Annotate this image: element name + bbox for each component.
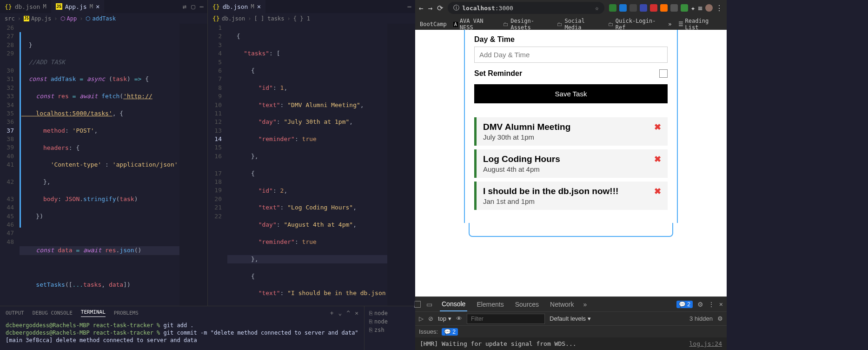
ext-icon[interactable] [629, 4, 637, 12]
extensions-icon[interactable]: ✦ [691, 4, 696, 13]
compare-icon[interactable]: ⇄ [183, 3, 186, 10]
task-list: DMV Alumni Meeting July 30th at 1pm ✖ Lo… [474, 117, 668, 210]
breadcrumb-item[interactable]: { } 1 [293, 15, 310, 22]
devtools-tab-console[interactable]: Console [440, 297, 467, 311]
split-icon[interactable]: ▢ [191, 3, 195, 10]
levels-select[interactable]: Default levels ▾ [550, 315, 591, 322]
forward-icon[interactable]: → [428, 4, 433, 13]
terminal[interactable]: dcbeergoddess@Rachels-MBP react-task-tra… [0, 320, 364, 350]
folder-icon: 🗀 [608, 21, 614, 27]
code-area[interactable]: } //ADD TASK const addTask = async (task… [20, 24, 179, 306]
tab-db-json-2[interactable]: {} db.json M × [208, 0, 265, 13]
more-icon[interactable]: ⋮ [716, 4, 723, 13]
play-icon[interactable]: ▷ [419, 315, 424, 322]
settings-icon[interactable]: ⚙ [697, 301, 703, 308]
menu-icon[interactable]: ≡ [698, 4, 702, 13]
clear-icon[interactable]: ⊘ [428, 315, 433, 322]
avatar[interactable] [705, 4, 713, 12]
devtools-tab-network[interactable]: Network [548, 298, 576, 311]
save-button[interactable]: Save Task [474, 84, 668, 103]
delete-icon[interactable]: ✖ [654, 154, 661, 164]
back-icon[interactable]: ← [419, 4, 424, 13]
add-terminal-icon[interactable]: + [330, 310, 334, 316]
terminal-item[interactable]: ⎘node [367, 309, 412, 317]
panel-tab-terminal[interactable]: TERMINAL [81, 309, 106, 317]
editor-tabs: {} db.json M JS App.js M × ⇄ ▢ ⋯ {} db.j… [0, 0, 415, 13]
bookmark-item[interactable]: AAVA VAN NESS [453, 18, 497, 31]
more-icon[interactable]: ⋯ [200, 3, 204, 10]
task-item[interactable]: DMV Alumni Meeting July 30th at 1pm ✖ [474, 117, 668, 146]
dropdown-icon[interactable]: ⌄ [338, 310, 342, 316]
task-item[interactable]: I should be in the db.json now!!! Jan 1s… [474, 182, 668, 210]
ext-icon[interactable] [619, 4, 627, 12]
panel-tab-problems[interactable]: PROBLEMS [114, 310, 139, 316]
breadcrumb-left[interactable]: src› JSApp.js› ⬡ App› ⬡ addTask [0, 13, 207, 24]
star-icon[interactable]: ☆ [595, 5, 599, 12]
context-select[interactable]: top ▾ [438, 315, 451, 322]
issues-badge[interactable]: 💬 2 [442, 328, 458, 336]
bookmark-item[interactable]: 🗀Design-Assets [503, 18, 550, 31]
devtools-tab-elements[interactable]: Elements [475, 298, 505, 311]
breadcrumb-item[interactable]: [ ] tasks [254, 15, 284, 22]
ext-icon[interactable] [650, 4, 657, 12]
task-time: August 4th at 4pm [483, 165, 560, 173]
panel-tab-debug[interactable]: DEBUG CONSOLE [33, 310, 73, 316]
ext-icon[interactable] [670, 4, 678, 12]
reminder-checkbox[interactable] [659, 69, 668, 78]
code-area[interactable]: { "tasks": [ { "id": 1, "text": "DMV Alu… [227, 24, 387, 306]
error-badge[interactable]: 💬 2 [676, 301, 693, 308]
more-icon[interactable]: ⋯ [408, 3, 411, 10]
ext-icon[interactable] [640, 4, 647, 12]
breadcrumb-item[interactable]: App [67, 15, 77, 22]
more-icon[interactable]: ⋮ [708, 301, 715, 308]
hidden-count[interactable]: 3 hidden [689, 315, 713, 322]
close-icon[interactable]: × [355, 310, 358, 316]
bookmark-item[interactable]: 🗀Quick-Login-Ref [608, 18, 662, 31]
editor-right[interactable]: 12345678910111213141516171819202122 { "t… [207, 24, 415, 306]
overflow-icon[interactable]: » [668, 21, 671, 27]
log-source[interactable]: log.js:24 [689, 340, 722, 347]
info-icon: ⓘ [453, 4, 459, 12]
breadcrumb-right[interactable]: {}db.json› [ ] tasks› { } 1 [207, 13, 415, 24]
task-item[interactable]: Log Coding Hours August 4th at 4pm ✖ [474, 149, 668, 178]
delete-icon[interactable]: ✖ [654, 186, 661, 196]
bookmark-item[interactable]: BootCamp [420, 21, 447, 27]
close-icon[interactable]: × [96, 3, 99, 10]
settings-icon[interactable]: ⚙ [717, 315, 723, 322]
breadcrumb-item[interactable]: db.json [222, 15, 245, 22]
breadcrumb-item[interactable]: App.js [31, 15, 51, 22]
tab-label: App.js [65, 3, 87, 10]
task-title: I should be in the db.json now!!! [483, 186, 618, 196]
minimap[interactable] [179, 24, 207, 306]
task-time: July 30th at 1pm [483, 133, 570, 141]
url-bar[interactable]: ⓘ localhost:3000 ☆ [448, 2, 604, 14]
terminal-item[interactable]: ⎘node [367, 317, 412, 326]
more-tabs-icon[interactable]: » [583, 301, 587, 308]
close-icon[interactable]: × [719, 301, 723, 308]
tab-app-js[interactable]: JS App.js M × [51, 0, 105, 13]
breadcrumb-item[interactable]: src [5, 15, 15, 22]
console-output[interactable]: [HMR] Waiting for update signal from WDS… [415, 337, 727, 350]
tab-db-json[interactable]: {} db.json M [0, 0, 51, 13]
maximize-icon[interactable]: ^ [346, 310, 350, 316]
delete-icon[interactable]: ✖ [654, 122, 661, 132]
terminal-item[interactable]: ⎘zsh [367, 326, 412, 334]
eye-icon[interactable]: 👁 [456, 315, 462, 322]
editor-left[interactable]: 2627282930313233343536373839404142434445… [0, 24, 207, 306]
panel-tab-output[interactable]: OUTPUT [6, 310, 24, 316]
reload-icon[interactable]: ⟳ [437, 4, 443, 13]
ext-icon[interactable] [681, 4, 688, 12]
js-icon: JS [56, 3, 62, 10]
tab-label: db.json [223, 3, 248, 10]
close-icon[interactable]: × [257, 3, 261, 10]
ext-icon[interactable] [660, 4, 668, 12]
devtools-tab-sources[interactable]: Sources [513, 298, 541, 311]
filter-input[interactable] [467, 314, 545, 324]
reading-list[interactable]: ☰Reading List [678, 18, 722, 31]
minimap[interactable] [387, 24, 415, 306]
breadcrumb-item[interactable]: addTask [92, 15, 116, 22]
ext-icon[interactable] [609, 4, 616, 12]
bookmark-item[interactable]: 🗀Social Media [557, 18, 601, 31]
day-input[interactable] [474, 47, 668, 63]
device-icon[interactable]: ▭ [426, 301, 432, 308]
